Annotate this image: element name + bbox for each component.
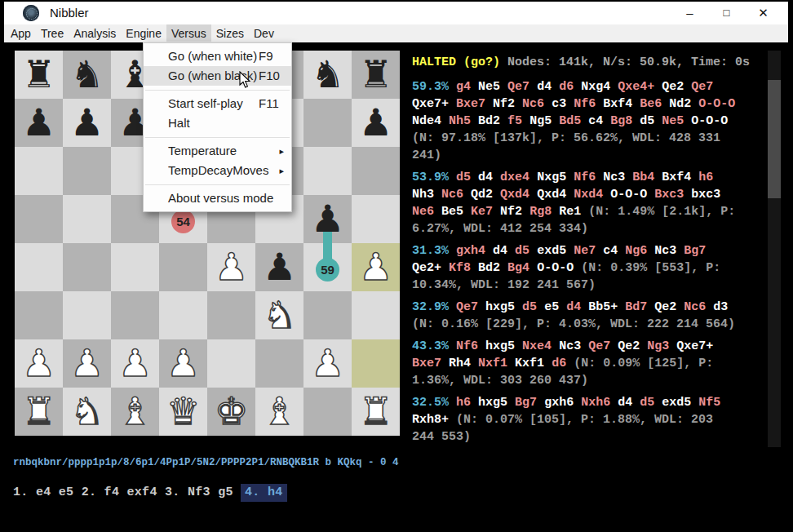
square-e2[interactable]	[207, 339, 255, 388]
square-a2[interactable]: ♟	[15, 339, 63, 388]
square-g8[interactable]: ♞	[303, 51, 352, 99]
pv-line-6[interactable]: 32.5% h6 hxg5 Bg7 gxh6 Nxh6 d4 d5 exd5 N…	[412, 394, 739, 446]
square-f2[interactable]	[255, 339, 303, 388]
square-h3[interactable]	[352, 291, 400, 339]
square-b8[interactable]: ♞	[63, 51, 111, 99]
square-b4[interactable]	[63, 243, 111, 291]
menu-item-go-when-black-[interactable]: Go (when black)F10	[144, 66, 291, 86]
square-g3[interactable]	[303, 291, 352, 339]
white-p-piece-g2[interactable]: ♟	[303, 339, 352, 388]
square-c3[interactable]	[111, 291, 159, 339]
move-list-prefix[interactable]: 1. e4 e5 2. f4 exf4 3. Nf3 g5	[13, 485, 241, 499]
minimize-icon[interactable]: –	[671, 2, 708, 24]
black-p-piece-a7[interactable]: ♟	[15, 99, 63, 147]
square-a3[interactable]	[15, 291, 63, 339]
square-b5[interactable]	[63, 195, 111, 243]
square-a1[interactable]: ♜	[15, 388, 63, 436]
square-b6[interactable]	[63, 147, 111, 195]
white-r-piece-h1[interactable]: ♜	[352, 388, 400, 436]
white-k-piece-e1[interactable]: ♚	[207, 388, 255, 436]
square-c4[interactable]	[111, 243, 159, 291]
square-g1[interactable]	[303, 388, 352, 436]
square-b2[interactable]: ♟	[63, 339, 111, 388]
square-b3[interactable]	[63, 291, 111, 339]
white-p-piece-e4[interactable]: ♟	[207, 243, 255, 291]
white-n-piece-f3[interactable]: ♞	[255, 291, 303, 339]
white-b-piece-c1[interactable]: ♝	[111, 388, 159, 436]
menubar-item-engine[interactable]: Engine	[121, 24, 166, 42]
black-p-piece-b7[interactable]: ♟	[63, 99, 111, 147]
square-d2[interactable]: ♟	[159, 339, 207, 388]
square-h8[interactable]: ♜	[352, 51, 400, 99]
square-d1[interactable]: ♛	[159, 388, 207, 436]
white-p-piece-b2[interactable]: ♟	[63, 339, 111, 388]
white-q-piece-d1[interactable]: ♛	[159, 388, 207, 436]
menubar-item-dev[interactable]: Dev	[249, 24, 279, 42]
white-p-piece-h4[interactable]: ♟	[352, 243, 400, 291]
square-a5[interactable]	[15, 195, 63, 243]
black-p-piece-h7[interactable]: ♟	[352, 99, 400, 147]
pv-line-1[interactable]: 59.3% g4 Ne5 Qe7 d4 d6 Nxg4 Qxe4+ Qe2 Qe…	[412, 78, 739, 164]
square-g7[interactable]	[303, 99, 352, 147]
square-a8[interactable]: ♜	[15, 51, 63, 99]
square-d4[interactable]	[159, 243, 207, 291]
selected-move[interactable]: 4. h4	[241, 484, 287, 502]
black-p-piece-g5[interactable]: ♟	[303, 195, 352, 243]
white-b-piece-f1[interactable]: ♝	[255, 388, 303, 436]
square-h1[interactable]: ♜	[352, 388, 400, 436]
square-b7[interactable]: ♟	[63, 99, 111, 147]
menu-item-start-self-play[interactable]: Start self-playF11	[144, 94, 291, 113]
square-e1[interactable]: ♚	[207, 388, 255, 436]
square-c2[interactable]: ♟	[111, 339, 159, 388]
square-h7[interactable]: ♟	[352, 99, 400, 147]
square-h5[interactable]	[352, 195, 400, 243]
black-n-piece-b8[interactable]: ♞	[63, 51, 111, 99]
title-bar[interactable]: Nibbler – □ ✕	[4, 2, 788, 24]
square-f4[interactable]: ♟	[255, 243, 303, 291]
white-p-piece-c2[interactable]: ♟	[111, 339, 159, 388]
black-r-piece-h8[interactable]: ♜	[352, 51, 400, 99]
white-p-piece-d2[interactable]: ♟	[159, 339, 207, 388]
menubar-item-sizes[interactable]: Sizes	[211, 24, 249, 42]
square-a6[interactable]	[15, 147, 63, 195]
square-g5[interactable]: ♟	[303, 195, 352, 243]
square-b1[interactable]: ♞	[63, 388, 111, 436]
pv-line-3[interactable]: 31.3% gxh4 d4 d5 exd5 Ne7 c4 Ng6 Nc3 Bg7…	[412, 242, 739, 294]
menubar-item-versus[interactable]: Versus	[166, 24, 211, 42]
menu-item-about-versus-mode[interactable]: About versus mode	[144, 188, 291, 208]
scrollbar-thumb[interactable]	[768, 80, 781, 198]
black-r-piece-a8[interactable]: ♜	[15, 51, 63, 99]
white-n-piece-b1[interactable]: ♞	[63, 388, 111, 436]
black-p-piece-f4[interactable]: ♟	[255, 243, 303, 291]
menu-item-temperature[interactable]: Temperature▸	[144, 141, 291, 161]
pv-line-4[interactable]: 32.9% Qe7 hxg5 d5 e5 d4 Bb5+ Bd7 Qe2 Nc6…	[412, 299, 739, 333]
square-h2[interactable]	[352, 339, 400, 388]
menu-item-go-when-white-[interactable]: Go (when white)F9	[144, 47, 291, 66]
menubar-item-tree[interactable]: Tree	[36, 24, 69, 42]
pv-line-5[interactable]: 43.3% Nf6 hxg5 Nxe4 Nc3 Qe7 Qe2 Ng3 Qxe7…	[412, 338, 739, 389]
pv-line-2[interactable]: 53.9% d5 d4 dxe4 Nxg5 Nf6 Nc3 Bb4 Bxf4 h…	[412, 169, 739, 237]
square-f3[interactable]: ♞	[255, 291, 303, 339]
maximize-icon[interactable]: □	[708, 2, 745, 24]
menu-item-tempdecaymoves[interactable]: TempDecayMoves▸	[144, 161, 291, 180]
menubar-item-analysis[interactable]: Analysis	[69, 24, 121, 42]
square-g6[interactable]	[303, 147, 352, 195]
close-icon[interactable]: ✕	[745, 2, 782, 24]
white-r-piece-a1[interactable]: ♜	[15, 388, 63, 436]
square-a7[interactable]: ♟	[15, 99, 63, 147]
pv-move: Bxf4	[603, 97, 632, 111]
white-p-piece-a2[interactable]: ♟	[15, 339, 63, 388]
square-c1[interactable]: ♝	[111, 388, 159, 436]
square-d3[interactable]	[159, 291, 207, 339]
square-a4[interactable]	[15, 243, 63, 291]
square-h4[interactable]: ♟	[352, 243, 400, 291]
pv-move: Qe2+	[412, 261, 441, 275]
square-e4[interactable]: ♟	[207, 243, 255, 291]
square-g2[interactable]: ♟	[303, 339, 352, 388]
menubar-item-app[interactable]: App	[6, 24, 36, 42]
black-n-piece-g8[interactable]: ♞	[303, 51, 352, 99]
square-h6[interactable]	[352, 147, 400, 195]
square-e3[interactable]	[207, 291, 255, 339]
square-f1[interactable]: ♝	[255, 388, 303, 436]
menu-item-halt[interactable]: Halt	[144, 113, 291, 133]
